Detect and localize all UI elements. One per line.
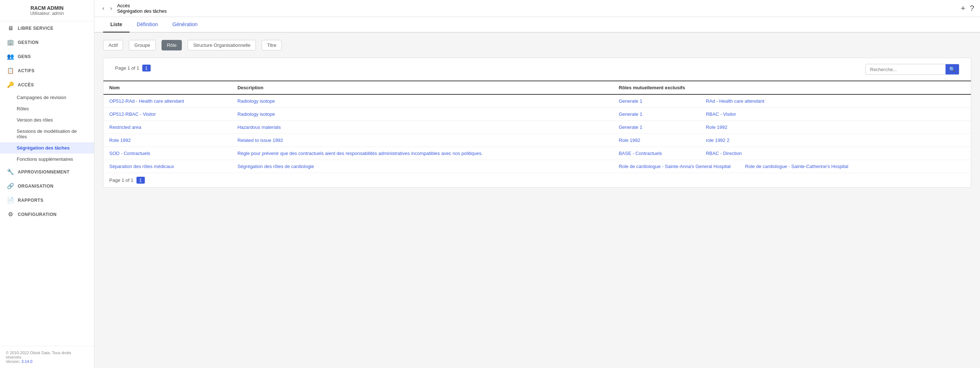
pagination-top: Page 1 of 1 1	[109, 61, 156, 75]
table-wrapper: Nom Description Rôles mutuellement exclu…	[103, 81, 971, 173]
cell-description: Ségrégation des rôles de cardiologie	[232, 160, 612, 173]
building-icon: 🏢	[7, 39, 14, 46]
link-role1[interactable]: Role de cardiologue - Sainte-Anna's Gene…	[619, 164, 731, 169]
cell-description: Règle pour prévenir que des contractuels…	[232, 147, 612, 160]
link-role2[interactable]: Role de cardiologue - Sainte-Catherine's…	[745, 164, 848, 169]
link-role1[interactable]: Generate 1	[619, 98, 643, 104]
filter-structure[interactable]: Structure Organisationnelle	[188, 40, 256, 51]
link-role1[interactable]: Generate 1	[619, 124, 643, 130]
sidebar-item-gens[interactable]: 👥 GENS	[0, 49, 94, 64]
sidebar-item-configuration[interactable]: ⚙ CONFIGURATION	[0, 207, 94, 221]
filter-groupe[interactable]: Groupe	[129, 40, 155, 51]
cell-nom: Séparation des rôles médicaux	[103, 160, 232, 173]
link-role2[interactable]: Role 1992	[706, 124, 727, 130]
monitor-icon: 🖥	[7, 25, 14, 32]
sidebar-sub-version-roles[interactable]: Version des rôles	[0, 114, 94, 126]
table-area: Page 1 of 1 1 🔍 Nom Description	[103, 58, 971, 188]
sidebar-footer: © 2010-2022 Okiok Data. Tous droits rése…	[0, 346, 94, 368]
link-role2[interactable]: RAd - Health care attendant	[706, 98, 764, 104]
breadcrumb-parent: Accès	[117, 3, 130, 8]
copyright: © 2010-2022 Okiok Data. Tous droits rése…	[6, 350, 88, 359]
col-nom: Nom	[103, 81, 232, 94]
tab-definition[interactable]: Définition	[130, 17, 165, 33]
help-button[interactable]: ?	[970, 4, 974, 13]
table-row: OP512-RAd - Health care attendantRadiolo…	[103, 94, 971, 108]
forward-button[interactable]: ›	[108, 4, 114, 12]
topbar: ‹ › Accès Ségrégation des tâches + ?	[94, 0, 980, 17]
add-button[interactable]: +	[961, 4, 966, 13]
sidebar-sub-segregation[interactable]: Ségrégation des tâches	[0, 142, 94, 153]
sidebar-item-gestion[interactable]: 🏢 GESTION	[0, 35, 94, 49]
table-row: Role 1992Related to issue 1992Role 1992r…	[103, 134, 971, 147]
cell-description: Radiology isotope	[232, 108, 612, 121]
tools-icon: 🔧	[7, 168, 14, 175]
page-title: Ségrégation des tâches	[117, 8, 167, 14]
sidebar-sub-campagnes[interactable]: Campagnes de révision	[0, 92, 94, 103]
version: Version: 3.14.0	[6, 359, 88, 364]
sidebar-header: RACM ADMIN Utilisateur: admin	[0, 0, 94, 21]
filter-titre[interactable]: Titre	[262, 40, 282, 51]
link-role2[interactable]: RBAC - Visitor	[706, 112, 737, 117]
pagination-bottom-page1[interactable]: 1	[137, 177, 145, 184]
link-description[interactable]: Ségrégation des rôles de cardiologie	[237, 164, 314, 169]
cell-nom: SOD - Contractuels	[103, 147, 232, 160]
sidebar-item-approvisionnement[interactable]: 🔧 APPROVISIONNEMENT	[0, 165, 94, 179]
link-description[interactable]: Hazardous materials	[237, 124, 280, 130]
search-button[interactable]: 🔍	[945, 64, 959, 74]
sod-table: Nom Description Rôles mutuellement exclu…	[103, 81, 971, 173]
link-description[interactable]: Related to issue 1992	[237, 137, 283, 143]
back-button[interactable]: ‹	[100, 4, 107, 12]
sidebar-sub-roles[interactable]: Rôles	[0, 103, 94, 114]
search-row: 🔍	[859, 61, 965, 78]
link-nom[interactable]: Séparation des rôles médicaux	[109, 164, 174, 169]
search-input[interactable]	[865, 65, 945, 74]
tab-liste[interactable]: Liste	[103, 17, 130, 33]
link-description[interactable]: Radiology isotope	[237, 98, 275, 104]
link-description[interactable]: Radiology isotope	[237, 112, 275, 117]
sidebar-item-acces[interactable]: 🔑 ACCÈS	[0, 78, 94, 92]
cell-nom: Role 1992	[103, 134, 232, 147]
link-description[interactable]: Règle pour prévenir que des contractuels…	[237, 151, 483, 156]
link-nom[interactable]: Restricted area	[109, 124, 141, 130]
sidebar-item-actifs[interactable]: 📋 ACTIFS	[0, 64, 94, 78]
link-role1[interactable]: Role 1992	[619, 137, 640, 143]
link-nom[interactable]: Role 1992	[109, 137, 130, 143]
sidebar: RACM ADMIN Utilisateur: admin 🖥 LIBRE SE…	[0, 0, 94, 368]
cell-nom: OP512-RAd - Health care attendant	[103, 94, 232, 108]
table-row: OP512-RBAC - VisitorRadiology isotopeGen…	[103, 108, 971, 121]
link-role2[interactable]: RBAC - Direction	[706, 151, 742, 156]
link-role2[interactable]: role 1992 2	[706, 137, 730, 143]
key-icon: 🔑	[7, 81, 14, 88]
sidebar-sub-fonctions[interactable]: Fonctions supplémentaires	[0, 153, 94, 165]
link-role1[interactable]: BASE - Contractuels	[619, 151, 662, 156]
cell-roles: Generate 1Role 1992	[613, 121, 971, 134]
cell-roles: Role de cardiologue - Sainte-Anna's Gene…	[613, 160, 971, 173]
sidebar-item-organisation[interactable]: 🔗 ORGANISATION	[0, 179, 94, 193]
document-icon: 📄	[7, 197, 14, 204]
sidebar-item-libre-service[interactable]: 🖥 LIBRE SERVICE	[0, 21, 94, 35]
pagination-top-page1[interactable]: 1	[142, 65, 151, 72]
nav-arrows: ‹ ›	[100, 4, 115, 12]
link-nom[interactable]: OP512-RAd - Health care attendant	[109, 98, 184, 104]
sidebar-nav: 🖥 LIBRE SERVICE 🏢 GESTION 👥 GENS 📋 ACTIF…	[0, 21, 94, 346]
tab-bar: Liste Définition Génération	[94, 17, 980, 33]
filter-actif[interactable]: Actif	[103, 40, 123, 51]
link-icon: 🔗	[7, 183, 14, 190]
sidebar-item-label: GENS	[18, 54, 31, 59]
sidebar-item-label: ACTIFS	[18, 68, 35, 73]
sidebar-sub-sessions[interactable]: Sessions de modélisation de rôles	[0, 126, 94, 142]
top-section: Page 1 of 1 1 🔍	[103, 58, 971, 81]
gear-icon: ⚙	[7, 211, 14, 218]
version-link[interactable]: 3.14.0	[21, 359, 33, 364]
col-roles: Rôles mutuellement exclusifs	[613, 81, 971, 94]
filter-role[interactable]: Rôle	[162, 40, 182, 51]
tab-generation[interactable]: Génération	[165, 17, 205, 33]
link-nom[interactable]: SOD - Contractuels	[109, 151, 150, 156]
sidebar-item-rapports[interactable]: 📄 RAPPORTS	[0, 193, 94, 207]
cell-nom: Restricted area	[103, 121, 232, 134]
sidebar-item-label: ORGANISATION	[18, 184, 53, 189]
filter-row: Actif Groupe Rôle Structure Organisation…	[103, 40, 971, 51]
link-role1[interactable]: Generate 1	[619, 112, 643, 117]
link-nom[interactable]: OP512-RBAC - Visitor	[109, 112, 156, 117]
sidebar-item-label: ACCÈS	[18, 82, 34, 88]
